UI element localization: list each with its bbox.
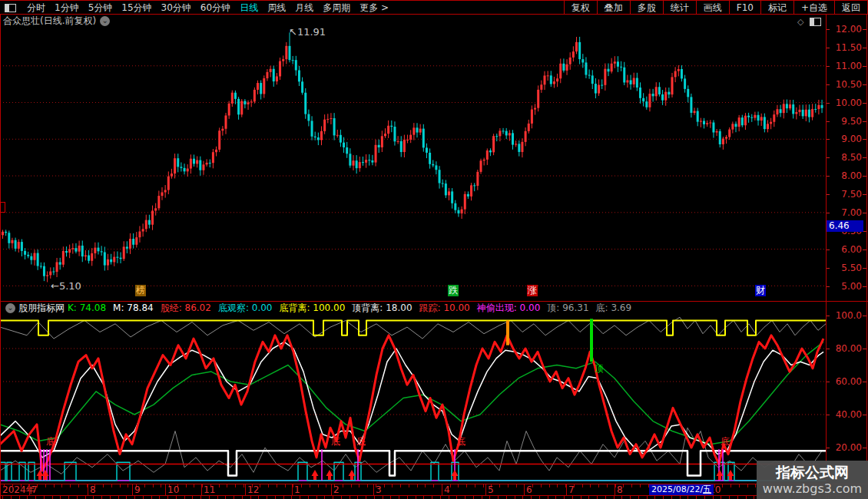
indicator-header: ⌄ 股朋指标网 K: 74.08M: 78.84股经: 86.02底观察: 0.… bbox=[2, 302, 638, 314]
indicator-axis-label: 80.00 bbox=[836, 343, 862, 354]
minor-tick bbox=[605, 496, 606, 499]
menu-item-更多 >[interactable]: 更多 > bbox=[355, 1, 393, 15]
menu-button-返回[interactable]: 返回 bbox=[834, 1, 868, 15]
month-separator bbox=[485, 484, 486, 495]
minor-tick bbox=[128, 484, 128, 487]
menu-button-统计[interactable]: 统计 bbox=[663, 1, 696, 15]
pane-splitter-handle[interactable] bbox=[0, 202, 5, 213]
minor-tick bbox=[258, 496, 259, 499]
month-label: 11 bbox=[204, 484, 215, 495]
minor-tick bbox=[582, 484, 583, 487]
menu-item-15分钟[interactable]: 15分钟 bbox=[117, 1, 156, 15]
minor-tick bbox=[532, 484, 533, 487]
minor-tick bbox=[234, 496, 234, 499]
chevron-down-icon[interactable]: ⌄ bbox=[5, 303, 15, 313]
minor-tick bbox=[227, 484, 227, 487]
minor-tick bbox=[631, 484, 632, 487]
minor-tick bbox=[159, 496, 160, 499]
minor-tick bbox=[68, 496, 69, 499]
minor-tick bbox=[326, 484, 326, 487]
minor-tick bbox=[52, 496, 53, 499]
minor-tick bbox=[110, 496, 111, 499]
minor-tick bbox=[2, 496, 3, 499]
minor-tick bbox=[310, 484, 310, 487]
next-pane-edge bbox=[0, 496, 868, 499]
minor-tick bbox=[531, 496, 532, 499]
menu-item-分时[interactable]: 分时 bbox=[22, 1, 50, 15]
minor-tick bbox=[450, 484, 451, 487]
month-label: 7 bbox=[31, 484, 38, 495]
minor-tick bbox=[275, 496, 276, 499]
minor-tick bbox=[283, 496, 284, 499]
minor-tick bbox=[449, 496, 449, 499]
indicator-chart[interactable]: 顶底底底底底 bbox=[0, 301, 826, 484]
month-label: 1 bbox=[294, 484, 300, 495]
minor-tick bbox=[588, 496, 589, 499]
minor-tick bbox=[663, 496, 664, 499]
menu-button-F10[interactable]: F10 bbox=[729, 1, 760, 15]
menu-button-标记[interactable]: 标记 bbox=[760, 1, 793, 15]
minor-tick bbox=[456, 496, 457, 499]
menu-item-5分钟[interactable]: 5分钟 bbox=[84, 1, 118, 15]
minor-tick bbox=[638, 496, 639, 499]
minor-tick bbox=[607, 484, 608, 487]
minor-tick bbox=[28, 484, 29, 487]
month-separator bbox=[373, 484, 374, 495]
time-axis: 2024年 2025/08/22/五 7891011121234567810 bbox=[0, 484, 868, 495]
minor-tick bbox=[482, 496, 482, 499]
indicator-axis-label: 60.00 bbox=[836, 376, 862, 387]
minor-tick bbox=[186, 484, 187, 487]
minor-tick bbox=[78, 484, 79, 487]
month-label: 3 bbox=[376, 484, 382, 495]
menu-item-30分钟[interactable]: 30分钟 bbox=[157, 1, 196, 15]
menu-button-多股[interactable]: 多股 bbox=[630, 1, 663, 15]
minor-tick bbox=[21, 484, 22, 487]
price-axis-label: 8.50 bbox=[841, 152, 862, 163]
price-axis-label: 11.50 bbox=[836, 42, 862, 53]
minor-tick bbox=[506, 496, 507, 499]
svg-text:底: 底 bbox=[356, 436, 366, 447]
watermark: 指标公式网 www.zbgs3.com bbox=[757, 461, 868, 499]
minor-tick bbox=[134, 496, 135, 499]
menu-item-60分钟[interactable]: 60分钟 bbox=[196, 1, 235, 15]
month-label: 4 bbox=[444, 484, 450, 495]
indicator-axis-label: 20.00 bbox=[836, 442, 862, 453]
minor-tick bbox=[300, 496, 300, 499]
minor-tick bbox=[399, 496, 399, 499]
menu-button-+自选[interactable]: +自选 bbox=[793, 1, 834, 15]
minor-tick bbox=[392, 484, 393, 487]
minor-tick bbox=[144, 484, 145, 487]
minor-tick bbox=[746, 496, 747, 499]
indicator-axis-label: 40.00 bbox=[836, 409, 862, 420]
minor-tick bbox=[524, 484, 525, 487]
month-label: 10 bbox=[167, 484, 179, 495]
menu-item-日线[interactable]: 日线 bbox=[235, 1, 263, 15]
minor-tick bbox=[465, 496, 465, 499]
month-label: 2 bbox=[333, 484, 340, 495]
stock-chart-window: 分时1分钟5分钟15分钟30分钟60分钟日线周线月线多周期更多 > 复权叠加多股… bbox=[0, 0, 868, 499]
minor-tick bbox=[407, 496, 408, 499]
month-label: 8 bbox=[617, 484, 623, 495]
minor-tick bbox=[432, 496, 432, 499]
candlestick-chart[interactable]: ↖11.91←5.10 bbox=[0, 15, 826, 301]
minor-tick bbox=[687, 496, 688, 499]
menu-button-画线[interactable]: 画线 bbox=[696, 1, 729, 15]
menu-item-多周期[interactable]: 多周期 bbox=[318, 1, 355, 15]
menu-item-1分钟[interactable]: 1分钟 bbox=[50, 1, 84, 15]
minor-tick bbox=[70, 484, 71, 487]
month-separator bbox=[331, 484, 332, 495]
minor-tick bbox=[516, 484, 517, 487]
menu-button-复权[interactable]: 复权 bbox=[564, 1, 597, 15]
menu-button-叠加[interactable]: 叠加 bbox=[597, 1, 630, 15]
minor-tick bbox=[225, 496, 226, 499]
minor-tick bbox=[654, 496, 655, 499]
menu-item-周线[interactable]: 周线 bbox=[263, 1, 290, 15]
indicator-field-底背离: 底背离: 100.00 bbox=[279, 302, 345, 313]
layout-toggle-icon[interactable] bbox=[5, 4, 16, 12]
menu-item-月线[interactable]: 月线 bbox=[290, 1, 318, 15]
minor-tick bbox=[722, 484, 723, 487]
frame-line bbox=[0, 14, 868, 15]
minor-tick bbox=[621, 496, 622, 499]
minor-tick bbox=[219, 484, 220, 487]
minor-tick bbox=[466, 484, 467, 487]
